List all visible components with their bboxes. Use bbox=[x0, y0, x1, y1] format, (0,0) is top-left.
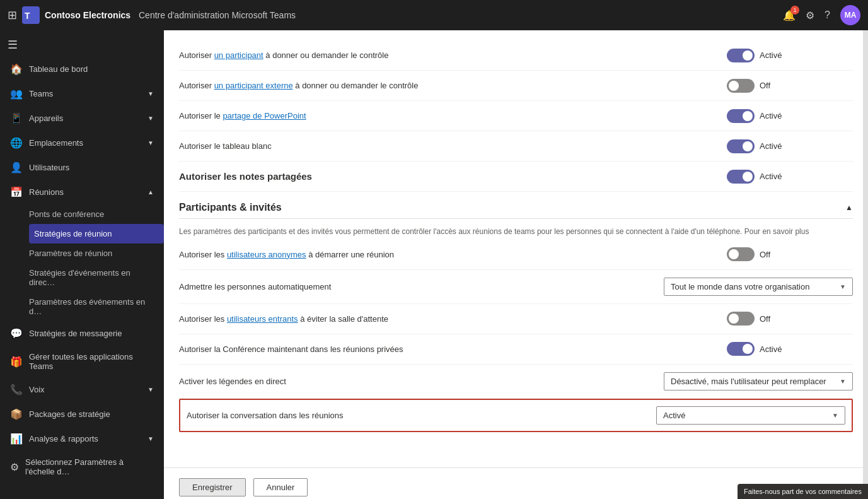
control-attente: Off bbox=[727, 312, 853, 326]
sidebar-item-apps[interactable]: 🎁 Gérer toutes les applications Teams bbox=[0, 346, 164, 377]
control-legendes: Désactivé, mais l'utilisateur peut rempl… bbox=[664, 372, 853, 390]
apps-icon: 🎁 bbox=[10, 356, 23, 368]
topbar-icons: 🔔 1 ⚙ ? MA bbox=[783, 5, 860, 25]
toggle-label: Activé bbox=[760, 344, 782, 354]
topbar-title: Centre d'administration Microsoft Teams bbox=[139, 10, 778, 20]
setting-label-admettre: Admettre les personnes automatiquement bbox=[179, 282, 664, 291]
dropdown-legendes[interactable]: Désactivé, mais l'utilisateur peut rempl… bbox=[664, 372, 853, 390]
sidebar-item-label: Voix bbox=[29, 385, 141, 394]
setting-row-anonymes: Autoriser les utilisateurs anonymes à dé… bbox=[179, 240, 853, 270]
sidebar-item-tableau-de-bord[interactable]: 🏠 Tableau de bord bbox=[0, 57, 164, 81]
cancel-button[interactable]: Annuler bbox=[253, 478, 308, 496]
notification-icon[interactable]: 🔔 1 bbox=[783, 9, 796, 21]
sidebar-item-label: Packages de stratégie bbox=[29, 409, 154, 419]
setting-label-attente: Autoriser les utilisateurs entrants à év… bbox=[179, 314, 727, 324]
toggle-label: Activé bbox=[760, 111, 782, 120]
toggle-attente[interactable] bbox=[727, 312, 755, 326]
sidebar-item-emplacements[interactable]: 🌐 Emplacements ▼ bbox=[0, 131, 164, 155]
settings-gear-icon: ⚙ bbox=[10, 461, 19, 473]
setting-label-legendes: Activer les légendes en direct bbox=[179, 377, 664, 386]
voice-icon: 📞 bbox=[10, 384, 23, 396]
setting-label-notes: Autoriser les notes partagées bbox=[179, 171, 727, 182]
collapse-button-participants[interactable]: ▲ bbox=[845, 203, 853, 212]
toggle-externe-controle[interactable] bbox=[727, 79, 755, 93]
toggle-label: Off bbox=[760, 250, 770, 259]
control-powerpoint: Activé bbox=[727, 109, 853, 123]
dropdown-value-conversation: Activé bbox=[663, 411, 832, 420]
teams-logo-icon: T bbox=[22, 6, 40, 24]
section-title-participants: Participants & invités bbox=[179, 202, 282, 213]
chevron-down-icon: ▼ bbox=[148, 386, 154, 393]
settings-scroll: Autoriser un participant à donner ou dem… bbox=[164, 30, 868, 467]
home-icon: 🏠 bbox=[10, 63, 23, 75]
sidebar-item-label: Utilisateurs bbox=[29, 163, 154, 172]
messaging-icon: 💬 bbox=[10, 327, 23, 339]
help-icon[interactable]: ? bbox=[825, 9, 830, 21]
toggle-label: Off bbox=[760, 314, 770, 324]
sidebar-item-voix[interactable]: 📞 Voix ▼ bbox=[0, 377, 164, 402]
sidebar-item-reunions[interactable]: 📅 Réunions ▲ bbox=[0, 180, 164, 204]
brand: ⊞ T Contoso Electronics bbox=[8, 6, 134, 24]
devices-icon: 📱 bbox=[10, 112, 23, 124]
teams-icon: 👥 bbox=[10, 88, 23, 100]
sidebar-item-label: Sélectionnez Paramètres à l'échelle d… bbox=[25, 457, 154, 476]
settings-icon[interactable]: ⚙ bbox=[806, 9, 814, 21]
sidebar-item-messagerie[interactable]: 💬 Stratégies de messagerie bbox=[0, 321, 164, 346]
setting-row-notes: Autoriser les notes partagées Activé bbox=[179, 161, 853, 192]
toggle-powerpoint[interactable] bbox=[727, 109, 755, 123]
setting-row-admettre: Admettre les personnes automatiquement T… bbox=[179, 270, 853, 304]
setting-row-tableau-blanc: Autoriser le tableau blanc Activé bbox=[179, 131, 853, 161]
sidebar-item-label: Teams bbox=[29, 89, 141, 98]
toggle-label: Activé bbox=[760, 141, 782, 151]
toggle-label: Off bbox=[760, 81, 770, 90]
avatar[interactable]: MA bbox=[840, 5, 860, 25]
setting-row-conference-maintenant: Autoriser la Conférence maintenant dans … bbox=[179, 334, 853, 365]
toggle-notes[interactable] bbox=[727, 170, 755, 184]
setting-label-conference-maintenant: Autoriser la Conférence maintenant dans … bbox=[179, 344, 727, 354]
sidebar-item-label: Tableau de bord bbox=[29, 64, 154, 74]
control-autoriser-controle: Activé bbox=[727, 49, 853, 62]
control-conference-maintenant: Activé bbox=[727, 342, 853, 356]
chevron-down-icon: ▼ bbox=[148, 139, 154, 146]
feedback-tooltip: Faites-nous part de vos commentaires bbox=[738, 484, 868, 499]
dropdown-value-legendes: Désactivé, mais l'utilisateur peut rempl… bbox=[671, 377, 840, 386]
sidebar-item-appareils[interactable]: 📱 Appareils ▼ bbox=[0, 106, 164, 131]
sidebar-item-teams[interactable]: 👥 Teams ▼ bbox=[0, 81, 164, 106]
toggle-conference-maintenant[interactable] bbox=[727, 342, 755, 356]
sidebar-item-parametres-echelle[interactable]: ⚙ Sélectionnez Paramètres à l'échelle d… bbox=[0, 451, 164, 483]
control-notes: Activé bbox=[727, 170, 853, 184]
toggle-tableau-blanc[interactable] bbox=[727, 139, 755, 153]
setting-label-anonymes: Autoriser les utilisateurs anonymes à dé… bbox=[179, 250, 727, 259]
sidebar-item-parametres-evenements[interactable]: Paramètres des événements en d… bbox=[29, 292, 164, 321]
chevron-down-icon: ▼ bbox=[148, 115, 154, 122]
sidebar: ☰ 🏠 Tableau de bord 👥 Teams ▼ 📱 Appareil… bbox=[0, 30, 164, 499]
main-layout: ☰ 🏠 Tableau de bord 👥 Teams ▼ 📱 Appareil… bbox=[0, 30, 868, 499]
dropdown-admettre[interactable]: Tout le monde dans votre organisation ▼ bbox=[664, 278, 853, 296]
dropdown-conversation[interactable]: Activé ▼ bbox=[656, 406, 845, 425]
analytics-icon: 📊 bbox=[10, 433, 23, 445]
users-icon: 👤 bbox=[10, 161, 23, 173]
sidebar-item-packages[interactable]: 📦 Packages de stratégie bbox=[0, 402, 164, 426]
location-icon: 🌐 bbox=[10, 137, 23, 149]
chevron-down-icon: ▼ bbox=[832, 412, 838, 419]
sidebar-item-strategies-reunion[interactable]: Stratégies de réunion bbox=[29, 224, 164, 244]
hamburger-button[interactable]: ☰ bbox=[0, 33, 164, 57]
sidebar-item-parametres-reunion[interactable]: Paramètres de réunion bbox=[29, 244, 164, 263]
meetings-icon: 📅 bbox=[10, 186, 23, 198]
sidebar-item-label: Gérer toutes les applications Teams bbox=[29, 352, 154, 371]
toggle-anonymes[interactable] bbox=[727, 247, 755, 261]
chevron-down-icon: ▼ bbox=[840, 283, 846, 290]
sidebar-item-ponts[interactable]: Ponts de conférence bbox=[29, 204, 164, 224]
sidebar-item-utilisateurs[interactable]: 👤 Utilisateurs bbox=[0, 155, 164, 180]
sidebar-item-strategies-evenements[interactable]: Stratégies d'événements en direc… bbox=[29, 263, 164, 292]
chevron-down-icon: ▼ bbox=[148, 435, 154, 442]
save-button[interactable]: Enregistrer bbox=[179, 478, 246, 496]
sidebar-item-analyse[interactable]: 📊 Analyse & rapports ▼ bbox=[0, 426, 164, 451]
sidebar-item-label: Analyse & rapports bbox=[29, 434, 141, 443]
brand-name: Contoso Electronics bbox=[45, 10, 130, 20]
setting-label-autoriser-controle: Autoriser un participant à donner ou dem… bbox=[179, 50, 727, 60]
setting-row-legendes: Activer les légendes en direct Désactivé… bbox=[179, 365, 853, 399]
notification-badge: 1 bbox=[790, 6, 799, 15]
content-area: Autoriser un participant à donner ou dem… bbox=[164, 30, 868, 499]
toggle-autoriser-controle[interactable] bbox=[727, 49, 755, 62]
